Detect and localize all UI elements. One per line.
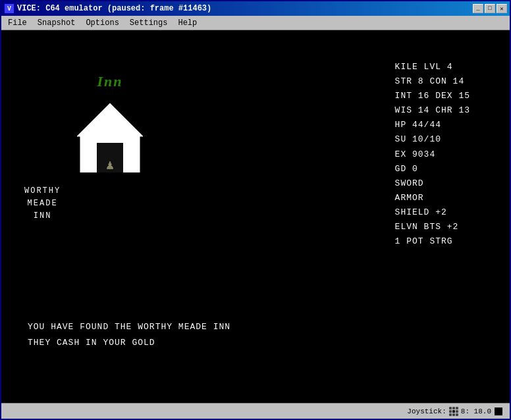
- dot-6: [456, 410, 458, 413]
- main-window: V VICE: C64 emulator (paused: frame #114…: [0, 0, 511, 420]
- stats-line13: 1 POT STRG: [395, 234, 470, 249]
- svg-text:♟: ♟: [106, 157, 114, 172]
- joystick-dots: [449, 407, 458, 416]
- minimize-button[interactable]: _: [473, 4, 483, 13]
- dot-4: [449, 410, 452, 413]
- status-bar: Joystick: 8: 18.0: [1, 403, 510, 419]
- stats-line9: SWORD: [395, 176, 470, 191]
- game-content: Inn ♟ WORTHY MEADE: [1, 30, 510, 403]
- stats-panel: KILE LVL 4 STR 8 CON 14 INT 16 DEX 15 WI…: [395, 60, 470, 249]
- stats-line10: ARMOR: [395, 191, 470, 205]
- svg-marker-1: [77, 103, 143, 136]
- game-area[interactable]: Inn ♟ WORTHY MEADE: [1, 30, 510, 403]
- stats-line4: WIS 14 CHR 13: [395, 103, 470, 118]
- message-area: YOU HAVE FOUND THE WORTHY MEADE INN THEY…: [28, 319, 230, 350]
- inn-name-line1: WORTHY: [24, 185, 61, 197]
- dot-9: [456, 413, 458, 416]
- menu-settings[interactable]: Settings: [124, 17, 173, 29]
- menu-bar: File Snapshot Options Settings Help: [1, 16, 510, 30]
- menu-help[interactable]: Help: [173, 17, 202, 29]
- close-button[interactable]: ✕: [497, 4, 507, 13]
- joystick-label: Joystick:: [407, 407, 446, 415]
- stats-line7: EX 9034: [395, 147, 470, 162]
- stats-line1: KILE LVL 4: [395, 60, 470, 74]
- inn-name: WORTHY MEADE INN: [24, 185, 61, 223]
- joystick-indicator: Joystick: 8: 18.0: [407, 407, 504, 416]
- inn-house-graphic: ♟: [74, 100, 146, 172]
- joystick-value: 8: 18.0: [461, 407, 491, 415]
- dot-5: [452, 410, 455, 413]
- dot-3: [456, 407, 458, 409]
- title-bar: V VICE: C64 emulator (paused: frame #114…: [1, 1, 510, 16]
- inn-name-line2: MEADE: [24, 197, 61, 210]
- app-icon: V: [4, 3, 14, 14]
- inn-area: Inn ♟: [74, 70, 146, 172]
- menu-snapshot[interactable]: Snapshot: [32, 17, 81, 29]
- stats-line6: SU 10/10: [395, 132, 470, 147]
- stats-line2: STR 8 CON 14: [395, 74, 470, 89]
- dot-8: [452, 413, 455, 416]
- stats-line5: HP 44/44: [395, 118, 470, 132]
- title-bar-left: V VICE: C64 emulator (paused: frame #114…: [4, 3, 211, 14]
- inn-name-line3: INN: [24, 210, 61, 223]
- dot-1: [449, 407, 452, 409]
- stats-line12: ELVN BTS +2: [395, 220, 470, 234]
- message-line1: YOU HAVE FOUND THE WORTHY MEADE INN: [28, 319, 230, 334]
- title-buttons: _ □ ✕: [473, 4, 507, 13]
- svg-rect-5: [495, 407, 502, 415]
- inn-label: Inn: [74, 70, 146, 97]
- stats-line8: GD 0: [395, 162, 470, 176]
- menu-options[interactable]: Options: [80, 17, 124, 29]
- stats-line3: INT 16 DEX 15: [395, 89, 470, 103]
- dot-7: [449, 413, 452, 416]
- stats-line11: SHIELD +2: [395, 205, 470, 220]
- message-line2: THEY CASH IN YOUR GOLD: [28, 335, 230, 350]
- joystick-square-icon: [494, 407, 504, 416]
- window-title: VICE: C64 emulator (paused: frame #11463…: [17, 4, 211, 13]
- dot-2: [452, 407, 455, 409]
- svg-text:Inn: Inn: [96, 73, 122, 90]
- menu-file[interactable]: File: [3, 17, 32, 29]
- maximize-button[interactable]: □: [485, 4, 495, 13]
